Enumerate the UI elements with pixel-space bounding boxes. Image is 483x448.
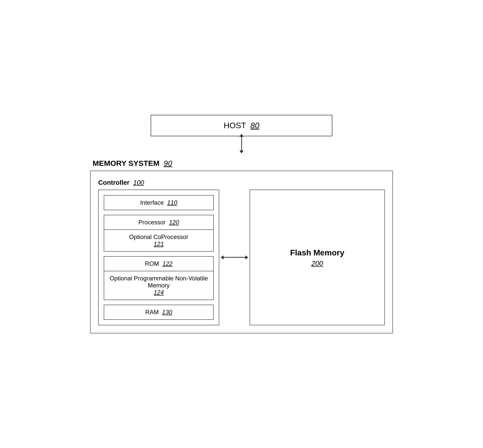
flash-memory-text: Flash Memory: [290, 248, 344, 257]
host-text: HOST: [224, 121, 246, 130]
rom-group: ROM 122 Optional Programmable Non-Volati…: [104, 256, 214, 300]
programmable-text: Optional Programmable Non-Volatile Memor…: [110, 275, 208, 289]
memory-system-text: MEMORY SYSTEM: [93, 159, 159, 167]
programmable-box: Optional Programmable Non-Volatile Memor…: [104, 271, 213, 300]
controller-text: Controller: [98, 179, 129, 186]
processor-group: Processor 120 Optional CoProcessor 121: [104, 215, 214, 252]
inner-layout: Interface 110 Processor 120: [98, 190, 385, 325]
host-box: HOST 80: [151, 115, 332, 136]
programmable-ref: 124: [154, 289, 164, 296]
ram-box: RAM 130: [104, 305, 214, 320]
controller-ref: 100: [133, 179, 144, 186]
controller-label: Controller 100: [98, 179, 385, 187]
rom-label: ROM 122: [145, 260, 172, 267]
host-to-memory-arrow: [241, 136, 242, 159]
flash-memory-ref-text: 200: [311, 259, 323, 267]
rom-text: ROM: [145, 260, 159, 267]
host-ref: 80: [250, 121, 259, 130]
flash-memory-label: Flash Memory: [290, 247, 344, 258]
programmable-label: Optional Programmable Non-Volatile Memor…: [110, 275, 208, 296]
interface-label: Interface 110: [140, 199, 177, 206]
rom-ref: 122: [163, 260, 173, 267]
memory-system-label: MEMORY SYSTEM 90: [90, 159, 393, 168]
memory-system-wrapper: MEMORY SYSTEM 90 Controller 100 Interfac…: [90, 159, 393, 333]
interface-box: Interface 110: [104, 195, 214, 210]
memory-system-ref: 90: [164, 159, 172, 167]
memory-system-box: Controller 100 Interface 110: [90, 171, 393, 333]
vertical-arrow: [241, 136, 242, 151]
ram-ref: 130: [162, 309, 172, 315]
controller-to-flash-arrow: [219, 190, 250, 325]
coprocessor-ref: 121: [154, 241, 164, 247]
processor-box: Processor 120: [104, 215, 213, 230]
ram-text: RAM: [145, 309, 159, 315]
processor-label: Processor 120: [138, 219, 179, 226]
interface-ref: 110: [167, 199, 177, 206]
host-label: HOST 80: [224, 121, 259, 130]
processor-text: Processor: [138, 219, 166, 226]
controller-box: Interface 110 Processor 120: [98, 190, 219, 325]
coprocessor-label: Optional CoProcessor 121: [129, 233, 189, 247]
ram-label: RAM 130: [145, 309, 172, 315]
processor-ref: 120: [169, 219, 179, 226]
diagram-container: HOST 80 MEMORY SYSTEM 90 Controller 100: [90, 115, 393, 333]
rom-box: ROM 122: [104, 257, 213, 271]
flash-memory-ref: 200: [311, 259, 323, 268]
coprocessor-box: Optional CoProcessor 121: [104, 230, 213, 251]
coprocessor-text: Optional CoProcessor: [129, 233, 189, 240]
horizontal-arrow: [223, 257, 246, 258]
interface-text: Interface: [140, 199, 164, 206]
flash-memory-box: Flash Memory 200: [250, 190, 385, 325]
